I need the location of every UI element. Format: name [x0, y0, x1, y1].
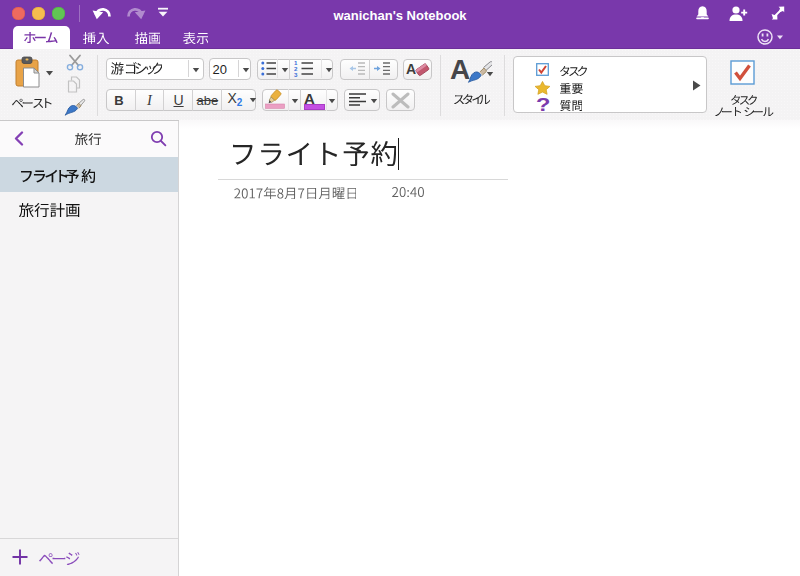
svg-text:A: A [406, 61, 416, 77]
svg-text:3: 3 [294, 71, 298, 77]
